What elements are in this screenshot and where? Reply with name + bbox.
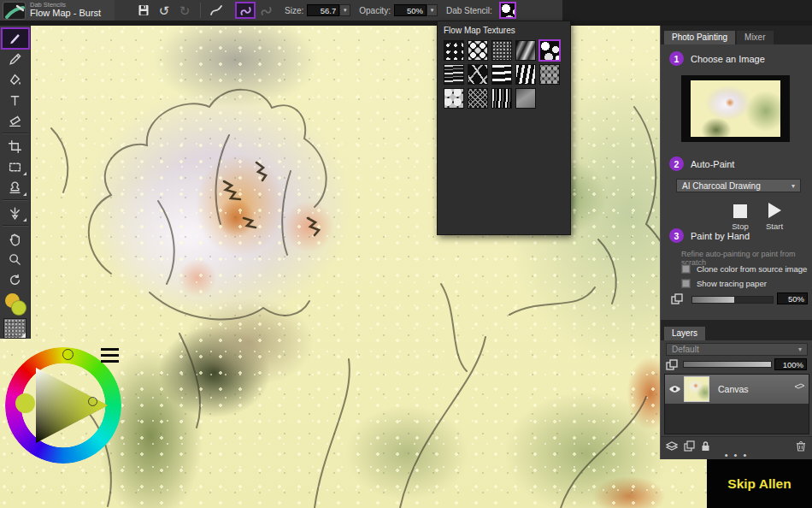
paper-texture-swatch[interactable] <box>3 318 26 339</box>
texture-swatch-cells[interactable] <box>444 88 464 109</box>
sv-cursor[interactable] <box>88 397 97 406</box>
save-icon[interactable] <box>133 2 154 19</box>
stamp-tool-icon <box>8 180 22 195</box>
dropper-tool[interactable] <box>2 49 29 69</box>
tool-group-divider <box>3 133 28 134</box>
brush-tool-icon <box>8 32 22 46</box>
photo-painting-panel: 1 Choose an Image 2 Auto-Paint AI Charco… <box>661 44 812 320</box>
step2-badge: 2 <box>669 157 684 171</box>
watermark-text: Skip Allen <box>727 476 791 492</box>
size-input[interactable] <box>307 4 339 16</box>
brush-name-label: Flow Map - Burst <box>30 9 101 19</box>
hue-cursor[interactable] <box>62 349 74 360</box>
autopaint-preset-value: AI Charcoal Drawing <box>682 181 761 191</box>
wheel-menu-icon[interactable] <box>101 348 119 363</box>
layer-opacity-icon <box>666 359 679 370</box>
painter-app-window: Dab Stencils Flow Map - Burst ↺ ↻ Size: <box>0 0 812 508</box>
eraser-tool[interactable] <box>2 110 29 131</box>
texture-swatch-zebra[interactable] <box>515 64 536 85</box>
checkbox-label: Show tracing paper <box>697 279 767 288</box>
texture-swatch-burst[interactable] <box>538 39 561 62</box>
tracing-opacity-value[interactable]: 50% <box>777 292 808 304</box>
tab-layers[interactable]: Layers <box>664 327 705 340</box>
source-image-thumbnail <box>691 80 780 137</box>
tool-group-divider <box>3 199 28 201</box>
layers-bottom-bar: • • • <box>661 436 812 459</box>
stop-icon <box>733 204 747 218</box>
opacity-label: Opacity: <box>359 6 391 15</box>
checkbox-row[interactable]: Show tracing paper <box>681 276 809 291</box>
flow-map-on-icon[interactable] <box>235 2 256 19</box>
rotate-tool-icon <box>8 273 22 287</box>
tool-group-divider <box>3 225 28 227</box>
flow-map-off-icon[interactable] <box>256 2 276 19</box>
texture-swatch-soft-gradient[interactable] <box>515 88 536 109</box>
brush-tool[interactable] <box>2 28 29 49</box>
redo-icon[interactable]: ↻ <box>174 2 195 19</box>
flow-map-textures-popup: Flow Map Textures <box>437 21 571 235</box>
layer-visibility-eye-icon[interactable] <box>665 385 684 393</box>
popup-title: Flow Map Textures <box>438 21 570 38</box>
crop-tool[interactable] <box>2 136 29 157</box>
dab-stencil-swatch[interactable] <box>499 2 516 19</box>
texture-swatch-branches[interactable] <box>468 64 488 85</box>
texture-swatch-streaks-horizontal[interactable] <box>444 64 464 85</box>
tracing-paper-icon <box>671 293 684 304</box>
main-color-swatch[interactable] <box>11 300 26 316</box>
texture-swatch-fine-noise[interactable] <box>491 40 512 61</box>
text-tool[interactable] <box>2 90 29 110</box>
brush-stroke-icon[interactable] <box>206 2 227 19</box>
layer-list: Canvas <box>664 374 809 434</box>
checkbox-unchecked-icon[interactable] <box>681 264 691 274</box>
fill-tool[interactable] <box>2 69 29 90</box>
tab-photo-painting[interactable]: Photo Painting <box>664 31 735 44</box>
texture-swatch-polka-dots[interactable] <box>468 40 488 61</box>
step1-badge: 1 <box>669 51 684 66</box>
checkbox-unchecked-icon[interactable] <box>681 279 691 288</box>
opacity-dropdown-arrow[interactable]: ▾ <box>427 4 438 16</box>
texture-swatch-torn-stripes[interactable] <box>491 64 512 85</box>
panel-resize-handle[interactable]: • • • <box>661 452 812 459</box>
zoom-tool[interactable] <box>2 249 29 269</box>
size-dropdown-arrow[interactable]: ▾ <box>339 4 350 16</box>
tab-mixer[interactable]: Mixer <box>737 31 773 44</box>
eraser-tool-icon <box>8 114 22 128</box>
select-tool[interactable] <box>2 157 29 177</box>
texture-swatch-crosshatch[interactable] <box>468 88 488 109</box>
layer-blend-mode-value: Default <box>672 345 699 354</box>
layer-opacity-value[interactable]: 100% <box>774 358 807 370</box>
step1-title: Choose an Image <box>691 54 765 64</box>
current-color-dot[interactable] <box>15 393 35 413</box>
texture-swatch-marble-wave[interactable] <box>515 40 536 61</box>
property-bar: Dab Stencils Flow Map - Burst ↺ ↻ Size: <box>0 0 812 26</box>
rotate-tool[interactable] <box>2 269 29 290</box>
source-image-frame[interactable] <box>681 75 790 142</box>
color-swatches[interactable] <box>2 293 29 316</box>
brush-selector[interactable]: Dab Stencils Flow Map - Burst <box>0 0 115 21</box>
texture-swatch-streaks-vertical[interactable] <box>491 88 512 109</box>
texture-swatch-dot-grid[interactable] <box>539 64 560 85</box>
crop-tool-icon <box>8 139 22 154</box>
texture-swatch-speckle-noise[interactable] <box>444 40 464 61</box>
start-icon <box>768 203 781 218</box>
stamp-tool[interactable] <box>2 177 29 198</box>
layer-row[interactable]: Canvas <box>665 375 809 404</box>
start-button[interactable]: Start <box>757 199 791 231</box>
undo-icon[interactable]: ↺ <box>154 2 174 19</box>
hand-tool[interactable] <box>2 228 29 249</box>
chevron-down-icon: ▾ <box>798 346 802 353</box>
zoom-tool-icon <box>8 252 22 267</box>
layers-tabstrip: Layers <box>661 325 812 340</box>
autopaint-preset-select[interactable]: AI Charcoal Drawing ▾ <box>676 179 801 192</box>
mirror-tool[interactable] <box>2 203 29 223</box>
layer-blend-mode-select[interactable]: Default ▾ <box>666 343 808 356</box>
right-panel: Photo PaintingMixer 1 Choose an Image 2 … <box>660 26 812 459</box>
tracing-opacity-slider[interactable] <box>691 296 774 304</box>
layer-opacity-slider[interactable] <box>683 361 772 368</box>
dab-stencil-label: Dab Stencil: <box>446 6 492 15</box>
checkbox-row[interactable]: Clone color from source image <box>681 262 809 276</box>
watermark-box: Skip Allen <box>707 459 812 508</box>
opacity-input[interactable] <box>394 4 427 16</box>
stop-button[interactable]: Stop <box>723 199 757 231</box>
layer-thumbnail <box>684 376 709 402</box>
